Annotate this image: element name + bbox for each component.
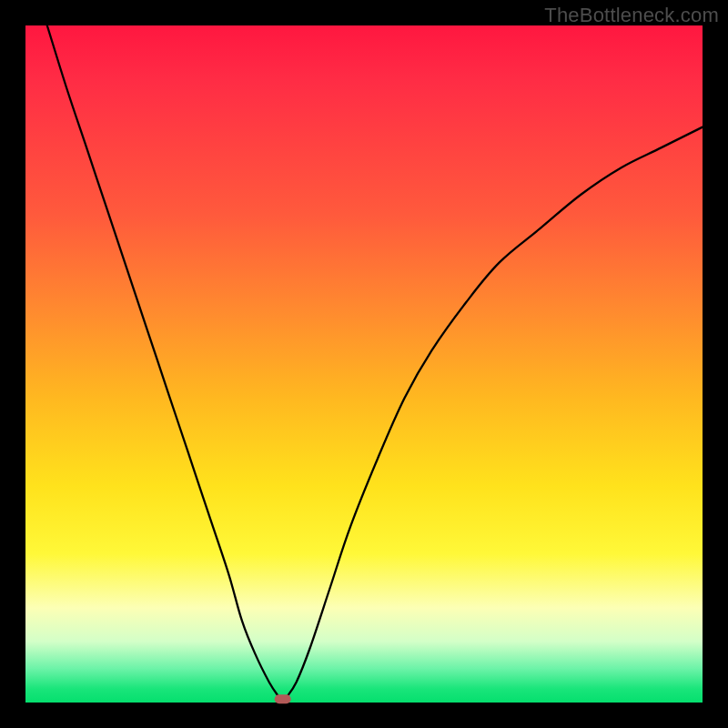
curve-left-branch — [47, 25, 279, 698]
watermark-text: TheBottleneck.com — [544, 4, 719, 27]
optimum-marker — [275, 694, 291, 703]
curve-right-branch — [286, 127, 703, 698]
bottleneck-curve — [25, 25, 703, 703]
chart-frame: TheBottleneck.com — [0, 0, 728, 728]
plot-area — [25, 25, 703, 703]
